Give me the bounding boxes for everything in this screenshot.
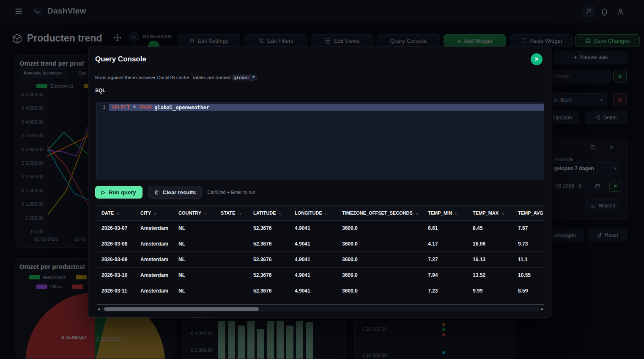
result-cell bbox=[216, 283, 249, 299]
result-cell: 2026-03-07 bbox=[97, 221, 136, 236]
sort-icon[interactable]: ↑↓ bbox=[455, 211, 458, 215]
scroll-left-arrow[interactable]: ◄ bbox=[97, 307, 101, 312]
result-cell: 7.27 bbox=[424, 252, 469, 268]
result-cell: 2026-03-11 bbox=[97, 283, 136, 299]
sql-keyword: FROM bbox=[139, 105, 151, 110]
result-cell: Amsterdam bbox=[136, 252, 174, 268]
result-cell: 9.73 bbox=[514, 236, 544, 252]
clear-results-button[interactable]: Clear results bbox=[148, 186, 202, 199]
result-cell: 7.23 bbox=[424, 283, 469, 299]
result-row: 2026-03-09AmsterdamNL52.36764.90413600.0… bbox=[97, 252, 544, 268]
line-number-gutter: 1 bbox=[96, 102, 109, 180]
results-table-container: DATE↑↓CITY↑↓COUNTRY↑↓STATE↑↓LATITUDE↑↓LO… bbox=[97, 205, 544, 304]
result-cell: 3600.0 bbox=[338, 283, 424, 299]
results-header-row: DATE↑↓CITY↑↓COUNTRY↑↓STATE↑↓LATITUDE↑↓LO… bbox=[97, 205, 544, 221]
play-icon: ▷ bbox=[101, 189, 105, 195]
dialog-subtitle: Runs against the in-browser DuckDB cache… bbox=[95, 75, 258, 80]
run-query-button[interactable]: ▷ Run query bbox=[95, 186, 143, 199]
column-header-country[interactable]: COUNTRY↑↓ bbox=[174, 205, 216, 221]
result-cell: 6.61 bbox=[424, 221, 469, 236]
query-console-dialog: Query Console × Runs against the in-brow… bbox=[88, 47, 551, 318]
sql-label: SQL bbox=[95, 88, 106, 94]
horizontal-scrollbar[interactable]: ◄ ► bbox=[97, 306, 544, 312]
result-cell: 13.52 bbox=[469, 268, 514, 283]
result-cell: 52.3676 bbox=[249, 283, 290, 299]
sort-icon[interactable]: ↑↓ bbox=[204, 211, 207, 215]
sql-editor[interactable]: 1 SELECT * FROM global_openweather bbox=[96, 102, 544, 180]
result-cell: 52.3676 bbox=[249, 268, 290, 283]
result-cell: 4.9041 bbox=[290, 252, 338, 268]
sql-star: * bbox=[133, 105, 136, 110]
result-cell: 3600.0 bbox=[338, 221, 424, 236]
result-cell: 52.3676 bbox=[249, 252, 290, 268]
result-cell: 4.9041 bbox=[290, 221, 338, 236]
result-cell bbox=[216, 236, 249, 252]
result-cell: 16.13 bbox=[469, 252, 514, 268]
sort-icon[interactable]: ↑↓ bbox=[501, 211, 504, 215]
run-hint: Ctrl/Cmd + Enter to run bbox=[207, 190, 255, 195]
result-row: 2026-03-08AmsterdamNL52.36764.90413600.0… bbox=[97, 236, 544, 252]
result-cell: Amsterdam bbox=[136, 221, 174, 236]
result-cell: 3600.0 bbox=[338, 236, 424, 252]
result-cell bbox=[216, 221, 249, 236]
scrollbar-thumb[interactable] bbox=[104, 307, 259, 311]
editor-actions: ▷ Run query Clear results Ctrl/Cmd + Ent… bbox=[95, 186, 255, 199]
result-cell: 8.59 bbox=[514, 283, 544, 299]
result-cell: 2026-03-10 bbox=[97, 268, 136, 283]
result-cell: Amsterdam bbox=[136, 283, 174, 299]
column-header-timezone_offset_seconds[interactable]: TIMEZONE_OFFSET_SECONDS↑↓ bbox=[338, 205, 424, 221]
result-cell: 52.3676 bbox=[249, 221, 290, 236]
column-header-longitude[interactable]: LONGITUDE↑↓ bbox=[290, 205, 338, 221]
sort-icon[interactable]: ↑↓ bbox=[415, 211, 418, 215]
result-row: 2026-03-11AmsterdamNL52.36764.90413600.0… bbox=[97, 283, 544, 299]
result-cell: 7.94 bbox=[424, 268, 469, 283]
sort-icon[interactable]: ↑↓ bbox=[153, 211, 156, 215]
result-cell: 16.06 bbox=[469, 236, 514, 252]
column-header-temp_avg[interactable]: TEMP_AVG↑↓ bbox=[514, 205, 544, 221]
result-cell bbox=[216, 252, 249, 268]
result-cell: 52.3676 bbox=[249, 236, 290, 252]
column-header-city[interactable]: CITY↑↓ bbox=[136, 205, 174, 221]
result-cell: 4.9041 bbox=[290, 236, 338, 252]
trash-icon bbox=[154, 190, 159, 195]
result-cell: 3600.0 bbox=[338, 268, 424, 283]
result-cell: 10.55 bbox=[514, 268, 544, 283]
line-number: 1 bbox=[103, 104, 106, 110]
result-cell: Amsterdam bbox=[136, 236, 174, 252]
sort-icon[interactable]: ↑↓ bbox=[116, 211, 119, 215]
result-cell: NL bbox=[174, 268, 216, 283]
result-cell: NL bbox=[174, 252, 216, 268]
sql-table-name: global_openweather bbox=[154, 105, 209, 110]
result-cell: 11.1 bbox=[514, 252, 544, 268]
results-table: DATE↑↓CITY↑↓COUNTRY↑↓STATE↑↓LATITUDE↑↓LO… bbox=[97, 205, 544, 298]
result-cell: 2026-03-08 bbox=[97, 236, 136, 252]
close-dialog-button[interactable]: × bbox=[531, 53, 543, 65]
scrollbar-track[interactable] bbox=[101, 307, 540, 312]
result-cell: 4.17 bbox=[424, 236, 469, 252]
result-cell: 3600.0 bbox=[338, 252, 424, 268]
column-header-temp_min[interactable]: TEMP_MIN↑↓ bbox=[424, 205, 469, 221]
code-area[interactable]: SELECT * FROM global_openweather bbox=[109, 102, 544, 180]
result-cell: 4.9041 bbox=[290, 283, 338, 299]
sort-icon[interactable]: ↑↓ bbox=[279, 211, 282, 215]
column-header-state[interactable]: STATE↑↓ bbox=[216, 205, 249, 221]
clear-results-label: Clear results bbox=[163, 189, 196, 196]
sql-keyword: SELECT bbox=[112, 105, 130, 110]
result-cell: 4.9041 bbox=[290, 268, 338, 283]
subtitle-code: global_* bbox=[232, 75, 257, 80]
result-cell: 2026-03-09 bbox=[97, 252, 136, 268]
dialog-title: Query Console bbox=[95, 55, 146, 64]
result-cell: NL bbox=[174, 221, 216, 236]
sort-icon[interactable]: ↑↓ bbox=[325, 211, 328, 215]
column-header-latitude[interactable]: LATITUDE↑↓ bbox=[249, 205, 290, 221]
result-cell: 8.45 bbox=[469, 221, 514, 236]
column-header-date[interactable]: DATE↑↓ bbox=[97, 205, 136, 221]
column-header-temp_max[interactable]: TEMP_MAX↑↓ bbox=[469, 205, 514, 221]
sort-icon[interactable]: ↑↓ bbox=[238, 211, 241, 215]
scroll-right-arrow[interactable]: ► bbox=[540, 307, 544, 312]
selected-code-line: SELECT * FROM global_openweather bbox=[109, 104, 544, 111]
result-cell: NL bbox=[174, 283, 216, 299]
results-body: 2026-03-07AmsterdamNL52.36764.90413600.0… bbox=[97, 221, 544, 299]
run-query-label: Run query bbox=[109, 189, 136, 196]
app-root: DashView Producten trend BEWERKEN ⚙ Edit… bbox=[0, 0, 644, 359]
